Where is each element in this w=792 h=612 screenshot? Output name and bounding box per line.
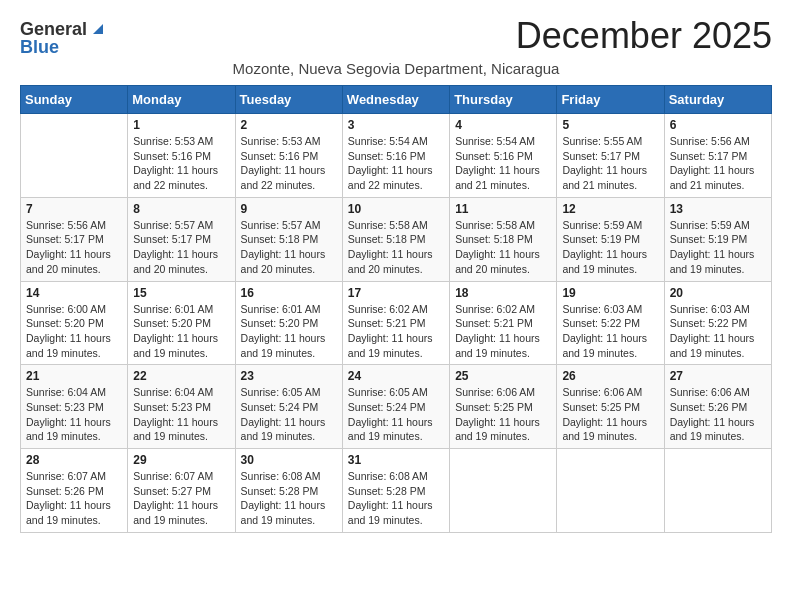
day-number: 25	[455, 369, 551, 383]
calendar-week-3: 14Sunrise: 6:00 AMSunset: 5:20 PMDayligh…	[21, 281, 772, 365]
day-info: Sunrise: 5:59 AMSunset: 5:19 PMDaylight:…	[670, 218, 766, 277]
dow-header-thursday: Thursday	[450, 86, 557, 114]
calendar-body: 1Sunrise: 5:53 AMSunset: 5:16 PMDaylight…	[21, 114, 772, 533]
day-number: 26	[562, 369, 658, 383]
day-number: 27	[670, 369, 766, 383]
day-number: 21	[26, 369, 122, 383]
day-info: Sunrise: 6:02 AMSunset: 5:21 PMDaylight:…	[348, 302, 444, 361]
day-number: 31	[348, 453, 444, 467]
dow-header-friday: Friday	[557, 86, 664, 114]
day-number: 16	[241, 286, 337, 300]
day-info: Sunrise: 6:01 AMSunset: 5:20 PMDaylight:…	[241, 302, 337, 361]
calendar-cell: 4Sunrise: 5:54 AMSunset: 5:16 PMDaylight…	[450, 114, 557, 198]
day-info: Sunrise: 5:57 AMSunset: 5:18 PMDaylight:…	[241, 218, 337, 277]
calendar-cell: 5Sunrise: 5:55 AMSunset: 5:17 PMDaylight…	[557, 114, 664, 198]
day-info: Sunrise: 6:01 AMSunset: 5:20 PMDaylight:…	[133, 302, 229, 361]
day-info: Sunrise: 6:05 AMSunset: 5:24 PMDaylight:…	[348, 385, 444, 444]
calendar-cell: 20Sunrise: 6:03 AMSunset: 5:22 PMDayligh…	[664, 281, 771, 365]
calendar-cell: 29Sunrise: 6:07 AMSunset: 5:27 PMDayligh…	[128, 449, 235, 533]
calendar-cell: 6Sunrise: 5:56 AMSunset: 5:17 PMDaylight…	[664, 114, 771, 198]
calendar-cell: 8Sunrise: 5:57 AMSunset: 5:17 PMDaylight…	[128, 197, 235, 281]
day-number: 7	[26, 202, 122, 216]
day-number: 19	[562, 286, 658, 300]
calendar-week-1: 1Sunrise: 5:53 AMSunset: 5:16 PMDaylight…	[21, 114, 772, 198]
calendar-week-4: 21Sunrise: 6:04 AMSunset: 5:23 PMDayligh…	[21, 365, 772, 449]
calendar-cell: 22Sunrise: 6:04 AMSunset: 5:23 PMDayligh…	[128, 365, 235, 449]
day-info: Sunrise: 5:55 AMSunset: 5:17 PMDaylight:…	[562, 134, 658, 193]
day-info: Sunrise: 5:57 AMSunset: 5:17 PMDaylight:…	[133, 218, 229, 277]
day-number: 12	[562, 202, 658, 216]
day-info: Sunrise: 6:05 AMSunset: 5:24 PMDaylight:…	[241, 385, 337, 444]
logo: General Blue	[20, 20, 107, 56]
calendar-cell: 9Sunrise: 5:57 AMSunset: 5:18 PMDaylight…	[235, 197, 342, 281]
day-info: Sunrise: 5:56 AMSunset: 5:17 PMDaylight:…	[670, 134, 766, 193]
location-subtitle: Mozonte, Nueva Segovia Department, Nicar…	[20, 60, 772, 77]
day-info: Sunrise: 5:53 AMSunset: 5:16 PMDaylight:…	[133, 134, 229, 193]
day-number: 23	[241, 369, 337, 383]
logo-general-text: General	[20, 20, 87, 38]
day-number: 9	[241, 202, 337, 216]
title-block: December 2025	[516, 16, 772, 56]
calendar-week-5: 28Sunrise: 6:07 AMSunset: 5:26 PMDayligh…	[21, 449, 772, 533]
day-info: Sunrise: 6:00 AMSunset: 5:20 PMDaylight:…	[26, 302, 122, 361]
day-info: Sunrise: 5:58 AMSunset: 5:18 PMDaylight:…	[348, 218, 444, 277]
day-number: 3	[348, 118, 444, 132]
day-number: 14	[26, 286, 122, 300]
day-info: Sunrise: 6:08 AMSunset: 5:28 PMDaylight:…	[348, 469, 444, 528]
calendar-cell: 15Sunrise: 6:01 AMSunset: 5:20 PMDayligh…	[128, 281, 235, 365]
dow-header-tuesday: Tuesday	[235, 86, 342, 114]
dow-header-saturday: Saturday	[664, 86, 771, 114]
calendar-cell: 26Sunrise: 6:06 AMSunset: 5:25 PMDayligh…	[557, 365, 664, 449]
day-number: 2	[241, 118, 337, 132]
day-number: 20	[670, 286, 766, 300]
calendar-cell: 31Sunrise: 6:08 AMSunset: 5:28 PMDayligh…	[342, 449, 449, 533]
dow-header-monday: Monday	[128, 86, 235, 114]
day-info: Sunrise: 6:08 AMSunset: 5:28 PMDaylight:…	[241, 469, 337, 528]
svg-marker-0	[93, 24, 103, 34]
day-info: Sunrise: 5:53 AMSunset: 5:16 PMDaylight:…	[241, 134, 337, 193]
day-info: Sunrise: 6:04 AMSunset: 5:23 PMDaylight:…	[133, 385, 229, 444]
day-number: 29	[133, 453, 229, 467]
calendar-week-2: 7Sunrise: 5:56 AMSunset: 5:17 PMDaylight…	[21, 197, 772, 281]
day-info: Sunrise: 6:07 AMSunset: 5:26 PMDaylight:…	[26, 469, 122, 528]
day-info: Sunrise: 5:59 AMSunset: 5:19 PMDaylight:…	[562, 218, 658, 277]
day-info: Sunrise: 6:03 AMSunset: 5:22 PMDaylight:…	[670, 302, 766, 361]
dow-header-wednesday: Wednesday	[342, 86, 449, 114]
calendar-cell	[450, 449, 557, 533]
day-number: 10	[348, 202, 444, 216]
calendar-cell	[557, 449, 664, 533]
calendar-cell: 19Sunrise: 6:03 AMSunset: 5:22 PMDayligh…	[557, 281, 664, 365]
day-number: 17	[348, 286, 444, 300]
day-number: 11	[455, 202, 551, 216]
day-info: Sunrise: 5:56 AMSunset: 5:17 PMDaylight:…	[26, 218, 122, 277]
day-number: 18	[455, 286, 551, 300]
day-info: Sunrise: 6:02 AMSunset: 5:21 PMDaylight:…	[455, 302, 551, 361]
calendar-cell: 24Sunrise: 6:05 AMSunset: 5:24 PMDayligh…	[342, 365, 449, 449]
calendar-cell: 28Sunrise: 6:07 AMSunset: 5:26 PMDayligh…	[21, 449, 128, 533]
day-number: 28	[26, 453, 122, 467]
calendar-cell: 14Sunrise: 6:00 AMSunset: 5:20 PMDayligh…	[21, 281, 128, 365]
day-info: Sunrise: 6:07 AMSunset: 5:27 PMDaylight:…	[133, 469, 229, 528]
calendar-cell: 17Sunrise: 6:02 AMSunset: 5:21 PMDayligh…	[342, 281, 449, 365]
calendar-cell: 18Sunrise: 6:02 AMSunset: 5:21 PMDayligh…	[450, 281, 557, 365]
calendar-cell: 30Sunrise: 6:08 AMSunset: 5:28 PMDayligh…	[235, 449, 342, 533]
day-info: Sunrise: 6:06 AMSunset: 5:25 PMDaylight:…	[455, 385, 551, 444]
day-info: Sunrise: 6:06 AMSunset: 5:25 PMDaylight:…	[562, 385, 658, 444]
day-info: Sunrise: 5:54 AMSunset: 5:16 PMDaylight:…	[348, 134, 444, 193]
calendar-cell: 1Sunrise: 5:53 AMSunset: 5:16 PMDaylight…	[128, 114, 235, 198]
day-info: Sunrise: 5:54 AMSunset: 5:16 PMDaylight:…	[455, 134, 551, 193]
day-info: Sunrise: 6:04 AMSunset: 5:23 PMDaylight:…	[26, 385, 122, 444]
calendar-cell: 21Sunrise: 6:04 AMSunset: 5:23 PMDayligh…	[21, 365, 128, 449]
day-number: 30	[241, 453, 337, 467]
calendar-cell: 27Sunrise: 6:06 AMSunset: 5:26 PMDayligh…	[664, 365, 771, 449]
calendar-cell: 7Sunrise: 5:56 AMSunset: 5:17 PMDaylight…	[21, 197, 128, 281]
calendar-cell	[664, 449, 771, 533]
day-number: 4	[455, 118, 551, 132]
calendar-table: SundayMondayTuesdayWednesdayThursdayFrid…	[20, 85, 772, 533]
calendar-cell: 11Sunrise: 5:58 AMSunset: 5:18 PMDayligh…	[450, 197, 557, 281]
day-number: 8	[133, 202, 229, 216]
logo-blue-text: Blue	[20, 38, 59, 56]
day-number: 22	[133, 369, 229, 383]
calendar-cell: 13Sunrise: 5:59 AMSunset: 5:19 PMDayligh…	[664, 197, 771, 281]
day-info: Sunrise: 6:03 AMSunset: 5:22 PMDaylight:…	[562, 302, 658, 361]
